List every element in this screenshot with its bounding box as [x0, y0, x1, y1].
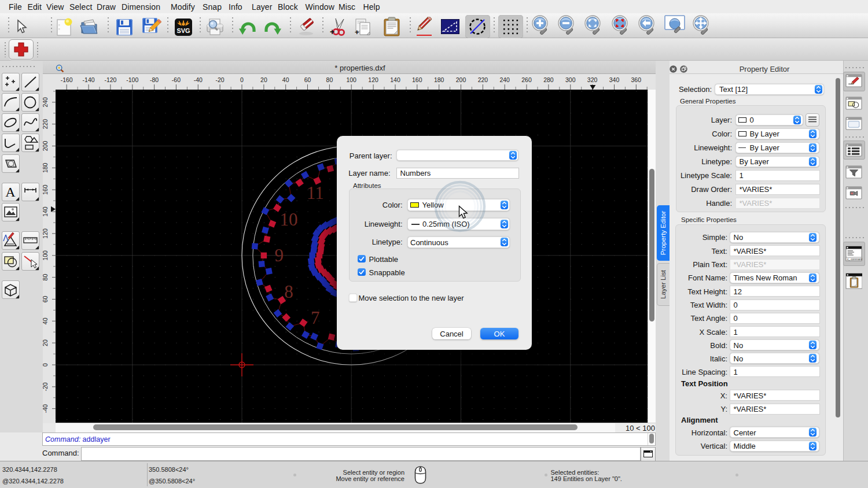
- svg-text:220: 220: [43, 119, 49, 130]
- svg-text:-140: -140: [83, 76, 95, 83]
- svg-text:160: 160: [412, 76, 422, 83]
- svg-text:340: 340: [609, 76, 620, 83]
- svg-text:-20: -20: [43, 382, 49, 391]
- svg-text:200: 200: [43, 141, 49, 151]
- svg-text:+: +: [330, 27, 334, 36]
- svg-text:-120: -120: [104, 76, 116, 83]
- svg-text:240: 240: [43, 97, 49, 108]
- svg-text:+: +: [355, 28, 359, 36]
- svg-text:260: 260: [521, 76, 532, 83]
- svg-text:200: 200: [456, 76, 466, 83]
- svg-text:160: 160: [43, 184, 49, 195]
- svg-text:120: 120: [368, 76, 378, 83]
- svg-text:20: 20: [260, 76, 267, 83]
- svg-text:c_ command: c_ command: [847, 258, 862, 261]
- svg-text:60: 60: [43, 296, 49, 303]
- svg-text:SVG: SVG: [176, 27, 190, 34]
- svg-text:140: 140: [43, 206, 49, 217]
- svg-text:-60: -60: [172, 76, 181, 83]
- svg-text:11: 11: [307, 183, 324, 203]
- svg-text:40: 40: [43, 317, 49, 324]
- svg-text:7: 7: [311, 308, 320, 328]
- svg-text:8: 8: [284, 282, 293, 302]
- svg-text:A: A: [5, 184, 16, 199]
- svg-text:-40: -40: [194, 76, 203, 83]
- svg-text:0: 0: [43, 363, 49, 367]
- svg-text:80: 80: [43, 274, 49, 281]
- svg-text:140: 140: [390, 76, 400, 83]
- svg-text:0: 0: [240, 76, 244, 83]
- svg-text:80: 80: [326, 76, 333, 83]
- svg-text:100: 100: [43, 250, 49, 261]
- svg-text:-80: -80: [150, 76, 159, 83]
- svg-text:40: 40: [282, 76, 289, 83]
- svg-text:360: 360: [631, 76, 642, 83]
- svg-text:180: 180: [434, 76, 444, 83]
- svg-text:-160: -160: [61, 76, 73, 83]
- svg-text:-100: -100: [126, 76, 138, 83]
- svg-text:-40: -40: [43, 404, 49, 413]
- svg-text:20: 20: [43, 339, 49, 346]
- svg-text:10: 10: [280, 209, 298, 230]
- svg-text:60: 60: [304, 76, 311, 83]
- svg-text:100: 100: [346, 76, 356, 83]
- svg-text:240: 240: [499, 76, 510, 83]
- svg-text:9: 9: [275, 245, 284, 265]
- svg-text:120: 120: [43, 228, 49, 239]
- svg-text:300: 300: [565, 76, 576, 83]
- svg-text:-20: -20: [216, 76, 225, 83]
- svg-text:320: 320: [587, 76, 598, 83]
- svg-text:180: 180: [43, 162, 49, 173]
- svg-text:220: 220: [478, 76, 488, 83]
- svg-text:280: 280: [543, 76, 554, 83]
